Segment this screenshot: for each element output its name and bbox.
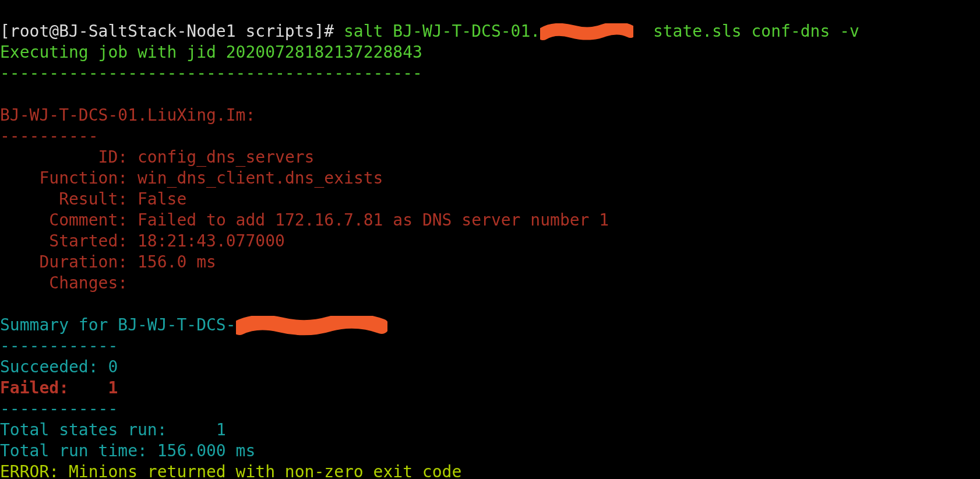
- state-comment-line: Comment: Failed to add 172.16.7.81 as DN…: [0, 210, 609, 230]
- redaction-mark-icon: [540, 23, 633, 41]
- total-states-line: Total states run: 1: [0, 420, 226, 439]
- minion-header: BJ-WJ-T-DCS-01.LiuXing.Im:: [0, 105, 255, 125]
- blank-line: [0, 294, 10, 314]
- total-time-label: Total run time:: [0, 441, 157, 460]
- state-id-label: ID:: [0, 147, 138, 167]
- state-comment-label: Comment:: [0, 210, 138, 230]
- state-id-value: config_dns_servers: [138, 147, 314, 167]
- state-started-value: 18:21:43.077000: [138, 231, 285, 251]
- state-function-value: win_dns_client.dns_exists: [138, 168, 383, 188]
- state-function-label: Function:: [0, 168, 138, 188]
- succeeded-value: 0: [108, 357, 118, 376]
- shell-prompt: [root@BJ-SaltStack-Node1 scripts]#: [0, 22, 334, 41]
- failed-value: 1: [108, 378, 118, 397]
- rule-summary-top: ------------: [0, 336, 118, 355]
- executing-job-line: Executing job with jid 20200728182137228…: [0, 43, 422, 62]
- state-changes-label: Changes:: [0, 273, 128, 293]
- summary-header-line: Summary for BJ-WJ-T-DCS-: [0, 315, 387, 334]
- state-started-label: Started:: [0, 231, 138, 251]
- total-time-value: 156.000 ms: [157, 441, 256, 460]
- succeeded-label: Succeeded:: [0, 357, 108, 376]
- shell-prompt-line: [root@BJ-SaltStack-Node1 scripts]# salt …: [0, 22, 859, 41]
- state-result-line: Result: False: [0, 189, 186, 209]
- terminal-output[interactable]: [root@BJ-SaltStack-Node1 scripts]# salt …: [0, 0, 980, 479]
- rule-summary-bottom: ------------: [0, 399, 118, 418]
- failed-label: Failed:: [0, 378, 108, 397]
- state-result-label: Result:: [0, 189, 138, 209]
- total-states-label: Total states run:: [0, 420, 216, 439]
- summary-prefix: Summary for BJ-WJ-T-DCS-: [0, 315, 236, 334]
- state-comment-value: Failed to add 172.16.7.81 as DNS server …: [138, 210, 609, 230]
- state-duration-label: Duration:: [0, 252, 138, 272]
- rule-short: ----------: [0, 126, 98, 146]
- state-duration-line: Duration: 156.0 ms: [0, 252, 216, 272]
- total-states-value: 1: [216, 420, 226, 439]
- state-started-line: Started: 18:21:43.077000: [0, 231, 285, 251]
- succeeded-line: Succeeded: 0: [0, 357, 118, 376]
- command-part-2: state.sls conf-dns -v: [633, 22, 859, 41]
- state-function-line: Function: win_dns_client.dns_exists: [0, 168, 383, 188]
- error-line: ERROR: Minions returned with non-zero ex…: [0, 462, 461, 479]
- redaction-mark-icon: [236, 316, 387, 336]
- state-changes-line: Changes:: [0, 273, 128, 293]
- total-time-line: Total run time: 156.000 ms: [0, 441, 255, 460]
- failed-line: Failed: 1: [0, 378, 118, 397]
- state-id-line: ID: config_dns_servers: [0, 147, 314, 167]
- state-duration-value: 156.0 ms: [138, 252, 216, 272]
- command-part-1: salt BJ-WJ-T-DCS-01.: [344, 22, 540, 41]
- rule-long: ----------------------------------------…: [0, 64, 422, 83]
- blank-line: [0, 84, 10, 104]
- state-result-value: False: [138, 189, 186, 209]
